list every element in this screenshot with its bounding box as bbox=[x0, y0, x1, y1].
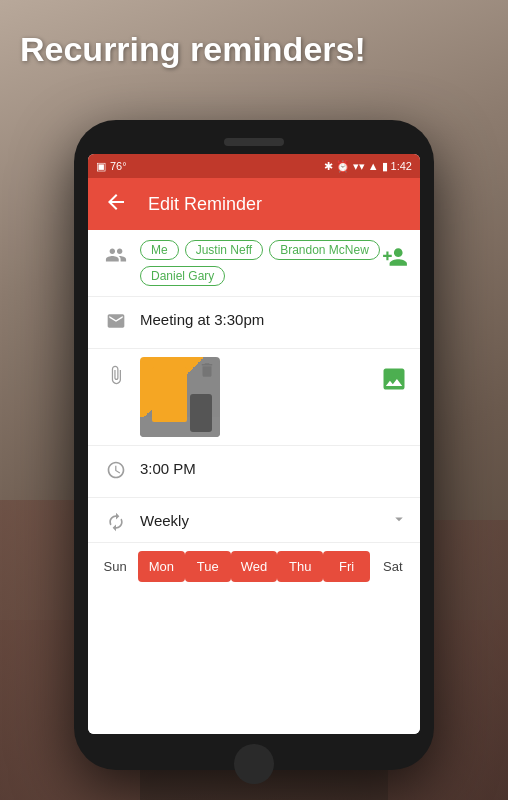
alarm-icon: ⏰ bbox=[336, 160, 350, 173]
day-sun[interactable]: Sun bbox=[92, 551, 138, 582]
time-content: 3:00 PM bbox=[132, 456, 408, 477]
content: Me Justin Neff Brandon McNew Daniel Gary bbox=[88, 230, 420, 734]
status-bar: ▣ 76° ✱ ⏰ ▾▾ ▲ ▮ 1:42 bbox=[88, 154, 420, 178]
day-tue[interactable]: Tue bbox=[185, 551, 231, 582]
delete-image-button[interactable] bbox=[198, 361, 216, 383]
home-button[interactable] bbox=[234, 744, 274, 784]
image-thumbnail[interactable] bbox=[140, 357, 220, 437]
message-content: Meeting at 3:30pm bbox=[132, 307, 408, 328]
wifi-icon: ▾▾ bbox=[353, 160, 365, 173]
app-bar-title: Edit Reminder bbox=[148, 194, 262, 215]
contacts-row: Me Justin Neff Brandon McNew Daniel Gary bbox=[88, 230, 420, 297]
message-text: Meeting at 3:30pm bbox=[140, 307, 408, 328]
time-value: 3:00 PM bbox=[140, 456, 408, 477]
bluetooth-icon: ✱ bbox=[324, 160, 333, 173]
add-image-button[interactable] bbox=[380, 365, 408, 399]
day-mon[interactable]: Mon bbox=[138, 551, 184, 582]
time-icon bbox=[100, 460, 132, 480]
thumb-book bbox=[152, 367, 187, 422]
tag-daniel[interactable]: Daniel Gary bbox=[140, 266, 225, 286]
message-row[interactable]: Meeting at 3:30pm bbox=[88, 297, 420, 349]
attachment-row bbox=[88, 349, 420, 446]
day-wed[interactable]: Wed bbox=[231, 551, 277, 582]
status-left: ▣ 76° bbox=[96, 160, 127, 173]
speaker bbox=[224, 138, 284, 146]
tag-justin[interactable]: Justin Neff bbox=[185, 240, 263, 260]
tags-container: Me Justin Neff Brandon McNew Daniel Gary bbox=[140, 240, 382, 286]
phone-frame: ▣ 76° ✱ ⏰ ▾▾ ▲ ▮ 1:42 Edit Reminder bbox=[74, 120, 434, 770]
repeat-icon bbox=[100, 512, 132, 532]
back-button[interactable] bbox=[100, 186, 132, 223]
day-thu[interactable]: Thu bbox=[277, 551, 323, 582]
add-person-button[interactable] bbox=[382, 244, 408, 276]
phone-screen: ▣ 76° ✱ ⏰ ▾▾ ▲ ▮ 1:42 Edit Reminder bbox=[88, 154, 420, 734]
dropdown-arrow-icon bbox=[390, 510, 408, 531]
time-row[interactable]: 3:00 PM bbox=[88, 446, 420, 498]
status-icon: ▣ bbox=[96, 160, 106, 173]
message-icon bbox=[100, 311, 132, 331]
promo-title: Recurring reminders! bbox=[20, 30, 366, 69]
thumb-phone bbox=[190, 394, 212, 432]
contacts-icon bbox=[100, 244, 132, 266]
tag-brandon[interactable]: Brandon McNew bbox=[269, 240, 380, 260]
days-row: Sun Mon Tue Wed Thu Fri Sat bbox=[88, 543, 420, 590]
repeat-row[interactable]: Weekly bbox=[88, 498, 420, 543]
status-right: ✱ ⏰ ▾▾ ▲ ▮ 1:42 bbox=[324, 160, 412, 173]
network-icon: ▲ bbox=[368, 160, 379, 172]
app-bar: Edit Reminder bbox=[88, 178, 420, 230]
status-temp: 76° bbox=[110, 160, 127, 172]
contacts-content: Me Justin Neff Brandon McNew Daniel Gary bbox=[132, 240, 382, 286]
day-fri[interactable]: Fri bbox=[323, 551, 369, 582]
day-sat[interactable]: Sat bbox=[370, 551, 416, 582]
attachment-icon bbox=[100, 365, 132, 389]
tag-me[interactable]: Me bbox=[140, 240, 179, 260]
status-time: 1:42 bbox=[391, 160, 412, 172]
repeat-value: Weekly bbox=[132, 512, 390, 529]
battery-icon: ▮ bbox=[382, 160, 388, 173]
